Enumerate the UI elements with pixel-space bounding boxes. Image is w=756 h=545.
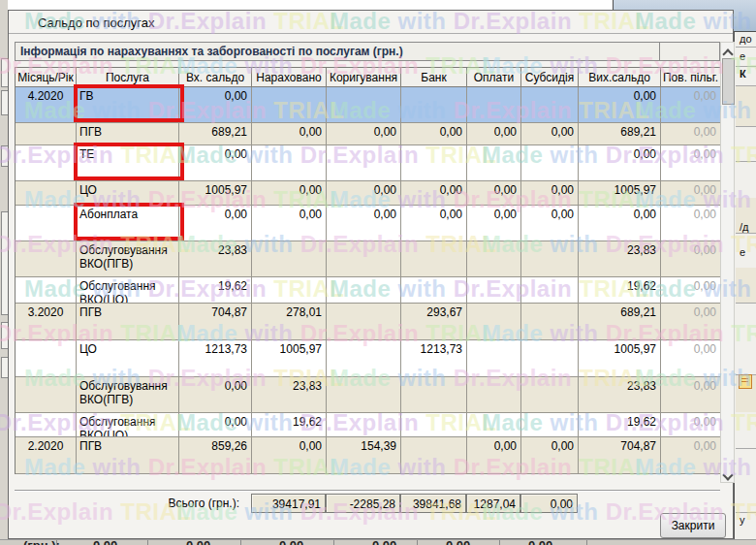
cell-value[interactable]: 0,00 [579,206,661,241]
cell-value[interactable]: 0,00 [521,437,579,474]
cell-value[interactable] [521,304,579,340]
cell-service[interactable]: Обслуговування ВКО(ПГВ) [77,377,179,413]
cell-month[interactable]: 3.2020 [16,304,77,340]
table-row[interactable]: ПГВ689,210,000,000,000,000,00689,210,00 [16,123,721,145]
cell-value[interactable]: 0,00 [401,123,467,145]
cell-value[interactable] [401,145,467,181]
cell-value[interactable]: 0,00 [579,145,661,181]
cell-value[interactable] [327,145,401,181]
cell-value[interactable] [521,87,579,123]
table-row[interactable]: ЦО1005,970,000,000,000,000,001005,970,00 [16,181,721,206]
cell-value[interactable]: 0,00 [661,123,721,145]
cell-value[interactable]: 0,00 [661,437,721,474]
cell-month[interactable]: 2.2020 [16,437,77,474]
cell-value[interactable]: 0,00 [661,340,721,377]
vertical-scrollbar[interactable] [720,42,735,483]
table-row[interactable]: Абонплата0,000,000,000,000,000,000,000,0… [16,206,721,241]
cell-value[interactable]: 0,00 [521,206,579,241]
cell-value[interactable]: 704,87 [179,304,252,340]
cell-service[interactable]: ТЕ [77,145,179,181]
cell-value[interactable]: 19,62 [179,277,252,304]
column-header[interactable]: Послуга [77,68,179,87]
table-row[interactable]: Обслуговання ВКО(ЦО)19,6219,620,00 [16,277,721,304]
cell-value[interactable]: 0,00 [252,123,327,145]
cell-value[interactable]: 1005,97 [579,340,661,377]
cell-value[interactable] [467,241,521,277]
cell-value[interactable]: 0,00 [661,304,721,340]
cell-service[interactable]: ЦО [77,181,179,206]
cell-value[interactable] [521,277,579,304]
column-header[interactable]: Банк [401,68,467,87]
cell-value[interactable] [467,377,521,413]
cell-value[interactable]: 0,00 [661,145,721,181]
column-header[interactable]: Пов. пільг. [661,68,721,87]
cell-month[interactable] [16,206,77,241]
cell-value[interactable]: 689,21 [579,304,661,340]
column-header[interactable]: Місяць/Рік [16,68,77,87]
cell-value[interactable] [401,87,467,123]
column-header[interactable]: Субсидія [521,68,579,87]
column-header[interactable]: Вих.сальдо [579,68,661,87]
cell-value[interactable]: 1005,97 [179,181,252,206]
cell-value[interactable]: 1213,73 [179,340,252,377]
cell-value[interactable]: 0,00 [179,413,252,437]
cell-month[interactable]: 4.2020 [16,87,77,123]
cell-value[interactable]: 278,01 [252,304,327,340]
table-row[interactable]: 2.2020ПГВ859,260,00154,390,000,00704,870… [16,437,721,474]
cell-value[interactable] [521,377,579,413]
cell-value[interactable]: 23,83 [179,241,252,277]
close-button[interactable]: Закрити [660,513,726,538]
cell-service[interactable]: Обслуговання ВКО(ЦО) [77,277,179,304]
cell-value[interactable]: 0,00 [401,181,467,206]
cell-value[interactable] [401,277,467,304]
cell-value[interactable]: 0,00 [661,277,721,304]
cell-value[interactable]: 0,00 [661,241,721,277]
cell-value[interactable]: 0,00 [467,181,521,206]
cell-value[interactable] [401,241,467,277]
cell-value[interactable] [467,413,521,437]
cell-value[interactable] [521,413,579,437]
cell-value[interactable] [467,87,521,123]
cell-value[interactable]: 0,00 [467,206,521,241]
cell-month[interactable] [16,413,77,437]
cell-value[interactable] [327,241,401,277]
cell-value[interactable] [252,145,327,181]
scroll-down-icon[interactable] [722,469,733,480]
table-row[interactable]: ТЕ0,000,000,00 [16,145,721,181]
cell-value[interactable]: 0,00 [179,145,252,181]
cell-value[interactable]: 689,21 [179,123,252,145]
cell-month[interactable] [16,377,77,413]
scrollbar-thumb[interactable] [722,58,735,105]
cell-value[interactable]: 0,00 [521,123,579,145]
cell-value[interactable] [252,241,327,277]
cell-service[interactable]: Обслуговання ВКО(ЦО) [77,413,179,437]
cell-value[interactable] [467,304,521,340]
cell-value[interactable]: 293,67 [401,304,467,340]
cell-month[interactable] [16,145,77,181]
cell-value[interactable]: 0,00 [521,181,579,206]
cell-value[interactable]: 23,83 [579,241,661,277]
cell-value[interactable] [467,145,521,181]
table-row[interactable]: Обслуговування ВКО(ПГВ)23,8323,830,00 [16,241,721,277]
column-header[interactable]: Вх. сальдо [179,68,252,87]
table-row[interactable]: Обслуговування ВКО(ПГВ)0,0023,8323,830,0… [16,377,721,413]
cell-service[interactable]: ПГВ [77,123,179,145]
cell-month[interactable] [16,277,77,304]
cell-value[interactable]: 859,26 [179,437,252,474]
column-header[interactable]: Нараховано [252,68,327,87]
cell-value[interactable]: 0,00 [467,123,521,145]
cell-value[interactable] [401,377,467,413]
column-header[interactable]: Коригування [327,68,401,87]
cell-value[interactable] [467,340,521,377]
cell-service[interactable]: ГВ [77,87,179,123]
cell-value[interactable] [521,241,579,277]
cell-month[interactable] [16,181,77,206]
cell-value[interactable]: 0,00 [661,413,721,437]
table-row[interactable]: 3.2020ПГВ704,87278,01293,67689,210,00 [16,304,721,340]
cell-service[interactable]: ПГВ [77,437,179,474]
cell-month[interactable] [16,123,77,145]
cell-value[interactable]: 704,87 [579,437,661,474]
cell-value[interactable] [467,277,521,304]
cell-value[interactable]: 0,00 [661,206,721,241]
cell-value[interactable] [327,304,401,340]
